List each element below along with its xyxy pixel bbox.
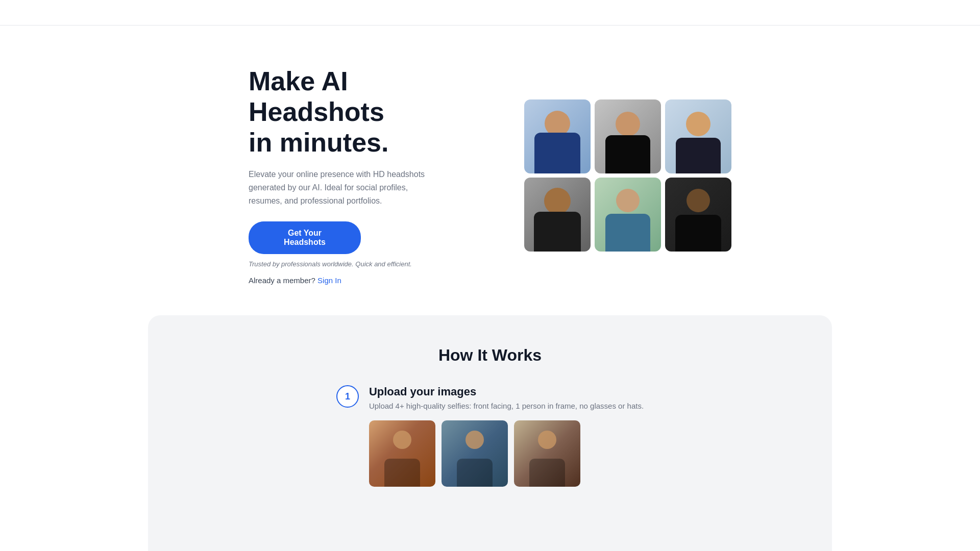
step-1-number: 1 <box>336 385 359 408</box>
step-1-row: 1 Upload your images Upload 4+ high-qual… <box>168 385 812 487</box>
thumb-person-2 <box>442 420 508 487</box>
person-silhouette-2 <box>595 99 661 173</box>
person-silhouette-4 <box>524 178 591 252</box>
step-1-description: Upload 4+ high-quality selfies: front fa… <box>369 402 644 410</box>
headshot-card-1 <box>524 99 591 173</box>
person-silhouette-6 <box>665 178 731 252</box>
headshot-card-2 <box>595 99 661 173</box>
member-text: Already a member? Sign In <box>249 276 463 285</box>
upload-thumb-2 <box>442 420 508 487</box>
step-1-content: Upload your images Upload 4+ high-qualit… <box>369 385 644 487</box>
hero-section: Make AI Headshots in minutes. Elevate yo… <box>0 26 980 315</box>
headshot-grid <box>524 99 731 252</box>
hero-left-content: Make AI Headshots in minutes. Elevate yo… <box>249 66 463 285</box>
hero-subtitle: Elevate your online presence with HD hea… <box>249 168 443 207</box>
headshot-card-5 <box>595 178 661 252</box>
hero-title-line1: Make AI Headshots <box>249 66 384 127</box>
upload-thumb-3 <box>514 420 580 487</box>
thumb-person-3 <box>514 420 580 487</box>
sign-in-link[interactable]: Sign In <box>317 276 341 285</box>
get-headshots-button[interactable]: Get Your Headshots <box>249 221 361 254</box>
trusted-text: Trusted by professionals worldwide. Quic… <box>249 260 463 268</box>
headshot-card-3 <box>665 99 731 173</box>
person-silhouette-3 <box>665 99 731 173</box>
person-silhouette-5 <box>595 178 661 252</box>
hero-title-line2: in minutes. <box>249 128 388 157</box>
thumb-person-1 <box>369 420 435 487</box>
hero-title: Make AI Headshots in minutes. <box>249 66 463 158</box>
member-prefix: Already a member? <box>249 276 315 285</box>
headshot-card-6 <box>665 178 731 252</box>
person-silhouette-1 <box>524 99 591 173</box>
upload-thumbnails <box>369 420 644 487</box>
how-it-works-section: How It Works 1 Upload your images Upload… <box>148 315 832 551</box>
step-1-title: Upload your images <box>369 385 644 398</box>
upload-thumb-1 <box>369 420 435 487</box>
top-navigation-bar <box>0 0 980 26</box>
section-title: How It Works <box>168 346 812 365</box>
headshot-card-4 <box>524 178 591 252</box>
